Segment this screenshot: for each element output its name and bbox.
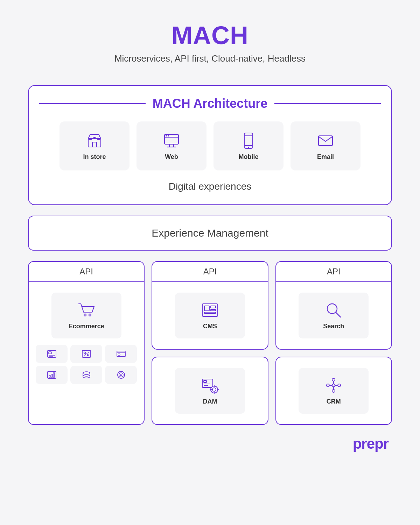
percent-icon-card (70, 345, 102, 363)
digital-exp-label: Digital experiences (39, 177, 381, 194)
svg-point-21 (84, 314, 86, 316)
svg-rect-35 (49, 376, 50, 377)
svg-rect-11 (244, 133, 253, 148)
ecommerce-api-body: Ecommerce (29, 282, 144, 394)
channel-card-web: Web (136, 121, 206, 170)
mobile-label: Mobile (239, 153, 259, 161)
cms-api-header: API (152, 262, 267, 282)
mach-architecture-section: MACH Architecture In store (28, 85, 392, 205)
arch-title: MACH Architecture (153, 96, 268, 111)
cms-icon (201, 301, 219, 319)
data-icon-card (70, 366, 102, 384)
svg-rect-17 (204, 306, 209, 311)
svg-rect-36 (51, 374, 52, 377)
ecommerce-service-card: Ecommerce (51, 293, 121, 338)
svg-line-43 (336, 312, 341, 317)
crm-box: CRM (275, 357, 392, 425)
svg-point-40 (119, 373, 123, 377)
chart-icon (47, 370, 57, 380)
crm-service-card: CRM (299, 368, 369, 414)
svg-rect-37 (53, 373, 55, 377)
web-icon (162, 132, 181, 150)
sub-icons-grid (36, 345, 137, 384)
cms-box: API CMS (152, 261, 268, 350)
store-icon (85, 132, 104, 150)
cms-service-card: CMS (175, 293, 245, 338)
email-icon (316, 132, 335, 150)
search-box: API Search (275, 261, 392, 350)
card-icon-card (105, 345, 137, 363)
svg-rect-18 (211, 306, 216, 308)
crm-label: CRM (327, 398, 341, 405)
dam-service-card: DAM (175, 368, 245, 414)
svg-point-28 (84, 352, 85, 354)
api-grid: API CMS API (28, 261, 392, 425)
svg-point-39 (118, 371, 125, 378)
footer: prepr (28, 435, 392, 452)
channel-card-email: Email (290, 121, 360, 170)
promo-icon-card (36, 345, 68, 363)
search-api-body: Search (276, 282, 391, 349)
search-service-card: Search (299, 293, 369, 338)
title-line-right (274, 103, 381, 104)
page-title: MACH (172, 21, 248, 50)
dam-api-body: DAM (152, 357, 267, 424)
search-label: Search (323, 323, 344, 330)
svg-point-22 (89, 314, 91, 316)
search-api-header: API (276, 262, 391, 282)
svg-point-41 (120, 374, 122, 376)
chart-icon-card (36, 366, 68, 384)
promo-icon (47, 349, 57, 359)
svg-point-54 (338, 384, 341, 387)
exp-mgmt-label: Experience Management (152, 227, 268, 239)
ecommerce-box: API Ecommerce (28, 261, 145, 425)
ecommerce-label: Ecommerce (69, 323, 104, 330)
arch-title-bar: MACH Architecture (39, 96, 381, 111)
experience-management-box: Experience Management (28, 216, 392, 251)
ecommerce-api-header: API (29, 262, 144, 282)
svg-point-53 (327, 384, 329, 387)
instore-label: In store (83, 153, 106, 161)
svg-point-51 (332, 378, 335, 381)
token-icon (116, 370, 126, 380)
svg-rect-45 (204, 380, 206, 383)
svg-rect-33 (118, 354, 120, 355)
dam-label: DAM (203, 398, 217, 405)
search-icon (324, 301, 343, 319)
email-label: Email (317, 153, 334, 161)
svg-rect-15 (318, 136, 332, 146)
svg-point-9 (166, 135, 167, 136)
title-line-left (39, 103, 146, 104)
cms-label: CMS (203, 323, 217, 330)
svg-rect-24 (49, 352, 51, 354)
token-icon-card (105, 366, 137, 384)
svg-point-38 (83, 372, 90, 374)
channels-row: In store Web Mobile (39, 121, 381, 170)
dam-box: DAM (152, 357, 268, 425)
percent-icon (82, 349, 91, 359)
svg-rect-20 (204, 312, 216, 314)
mobile-icon (239, 132, 258, 150)
svg-point-52 (332, 390, 335, 392)
svg-rect-1 (92, 142, 97, 147)
svg-point-29 (87, 354, 89, 356)
card-icon (116, 349, 126, 359)
ecommerce-icon (77, 301, 96, 319)
channel-card-instore: In store (59, 121, 130, 170)
cms-api-body: CMS (152, 282, 267, 349)
crm-icon (324, 376, 343, 394)
crm-api-body: CRM (276, 357, 391, 424)
data-icon (82, 370, 91, 380)
page-subtitle: Microservices, API first, Cloud-native, … (114, 53, 306, 64)
dam-icon (201, 376, 219, 394)
svg-point-14 (248, 147, 249, 148)
svg-rect-19 (211, 309, 216, 311)
web-label: Web (165, 153, 178, 161)
svg-point-50 (332, 384, 335, 387)
svg-point-10 (168, 135, 169, 136)
prepr-logo: prepr (353, 435, 388, 452)
channel-card-mobile: Mobile (214, 121, 284, 170)
